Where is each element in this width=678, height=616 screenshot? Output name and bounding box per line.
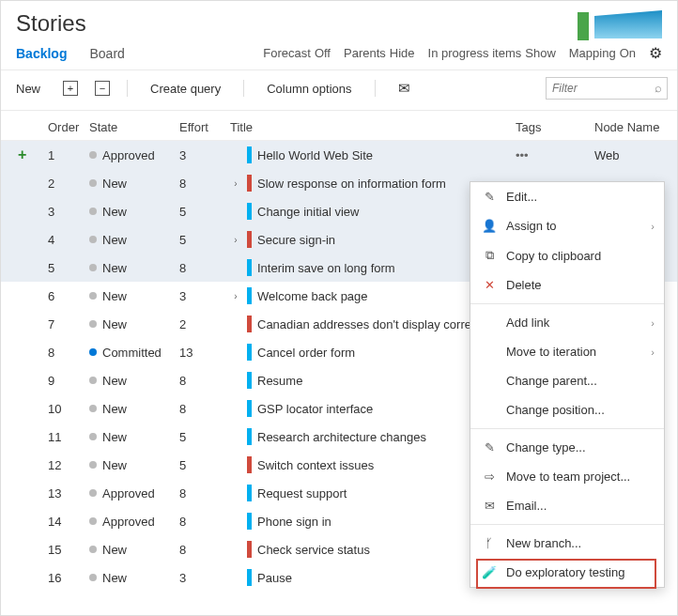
type-bar-icon	[247, 316, 252, 332]
search-icon[interactable]: ⌕	[655, 81, 662, 95]
cell-effort: 5	[179, 205, 230, 219]
col-order[interactable]: Order	[48, 120, 89, 134]
new-button[interactable]: New	[10, 78, 46, 100]
menu-item-label: New branch...	[506, 536, 581, 550]
column-options-button[interactable]: Column options	[261, 78, 357, 100]
type-bar-icon	[247, 456, 252, 473]
col-state[interactable]: State	[89, 120, 179, 134]
col-title[interactable]: Title	[230, 120, 516, 134]
cell-effort: 8	[179, 515, 230, 529]
col-tags[interactable]: Tags	[516, 120, 594, 134]
menu-change-type[interactable]: ✎Change type...	[470, 433, 664, 462]
cell-state: Committed	[89, 346, 179, 360]
cell-order: 13	[48, 486, 89, 500]
submenu-arrow-icon: ›	[651, 317, 655, 329]
cell-effort: 8	[179, 261, 230, 275]
type-bar-icon	[247, 400, 252, 417]
option-parents[interactable]: ParentsHide	[344, 46, 415, 60]
col-effort[interactable]: Effort	[179, 120, 230, 134]
menu-divider	[470, 428, 664, 429]
cell-effort: 3	[179, 289, 230, 303]
menu-add-link[interactable]: Add link›	[470, 308, 664, 337]
cell-effort: 5	[179, 233, 230, 247]
cell-effort: 8	[179, 543, 230, 557]
cell-order: 2	[48, 177, 89, 191]
menu-item-icon: 👤	[482, 219, 497, 233]
create-query-button[interactable]: Create query	[145, 78, 226, 100]
cell-state: New	[89, 571, 179, 585]
option-forecast[interactable]: ForecastOff	[263, 46, 331, 60]
col-node[interactable]: Node Name	[594, 120, 677, 134]
state-dot-icon	[89, 292, 97, 300]
chevron-icon[interactable]: ›	[230, 291, 241, 301]
cell-order: 4	[48, 233, 89, 247]
email-icon[interactable]	[393, 76, 416, 100]
menu-item-label: Email...	[506, 499, 547, 513]
type-bar-icon	[247, 287, 252, 304]
menu-assign-to[interactable]: 👤Assign to›	[470, 211, 664, 240]
menu-item-label: Change type...	[506, 440, 586, 454]
tab-board[interactable]: Board	[89, 46, 124, 61]
row-actions-icon[interactable]: •••	[516, 148, 529, 162]
type-bar-icon	[247, 428, 252, 445]
type-bar-icon	[247, 344, 252, 361]
state-dot-icon	[89, 348, 97, 356]
cell-effort: 5	[179, 458, 230, 472]
chevron-icon[interactable]: ›	[230, 178, 241, 189]
cell-order: 12	[48, 458, 89, 472]
menu-delete[interactable]: ✕Delete	[470, 270, 664, 300]
filter-input[interactable]	[546, 77, 668, 100]
option-in-progress[interactable]: In progress itemsShow	[428, 46, 556, 60]
cell-state: New	[89, 543, 179, 557]
context-menu[interactable]: ✎Edit...👤Assign to›⧉Copy to clipboard✕De…	[470, 181, 665, 588]
tab-backlog[interactable]: Backlog	[16, 46, 67, 61]
state-dot-icon	[89, 574, 97, 581]
cell-order: 14	[48, 515, 89, 529]
cell-state: New	[89, 458, 179, 472]
cell-state: New	[89, 205, 179, 219]
type-bar-icon	[247, 485, 252, 501]
menu-email[interactable]: ✉Email...	[470, 491, 664, 520]
cell-state: New	[89, 374, 179, 388]
menu-item-label: Assign to	[506, 219, 556, 233]
menu-item-label: Edit...	[506, 190, 537, 204]
expand-icon[interactable]: +	[63, 81, 78, 96]
add-row-icon[interactable]: +	[18, 146, 26, 163]
menu-copy[interactable]: ⧉Copy to clipboard	[470, 240, 664, 270]
menu-change-parent[interactable]: Change parent...	[470, 366, 664, 395]
cell-order: 1	[48, 148, 89, 162]
menu-new-branch[interactable]: ᚶNew branch...	[470, 529, 664, 558]
type-bar-icon	[247, 259, 252, 276]
menu-item-label: Do exploratory testing	[506, 565, 624, 579]
cell-effort: 13	[179, 346, 230, 360]
menu-item-label: Change position...	[506, 403, 605, 417]
state-dot-icon	[89, 320, 97, 328]
state-dot-icon	[89, 236, 97, 243]
cell-effort: 3	[179, 148, 230, 162]
menu-move-team-project[interactable]: ⇨Move to team project...	[470, 462, 664, 491]
chevron-icon[interactable]: ›	[230, 235, 241, 245]
cell-state: New	[89, 317, 179, 331]
cell-node: Web	[594, 148, 677, 162]
column-headers: Order State Effort Title Tags Node Name	[1, 116, 677, 141]
state-dot-icon	[89, 264, 97, 271]
state-dot-icon	[89, 461, 97, 469]
cell-order: 16	[48, 571, 89, 585]
cell-effort: 5	[179, 430, 230, 444]
cell-tags: •••	[516, 148, 594, 162]
menu-item-label: Delete	[506, 278, 542, 292]
cell-order: 7	[48, 317, 89, 331]
cell-effort: 8	[179, 402, 230, 416]
submenu-arrow-icon: ›	[651, 221, 655, 232]
menu-item-label: Move to team project...	[506, 470, 630, 484]
cell-effort: 8	[179, 177, 230, 191]
menu-move-iteration[interactable]: Move to iteration›	[470, 337, 664, 366]
submenu-arrow-icon: ›	[651, 346, 655, 358]
table-row[interactable]: +1Approved3Hello World Web Site•••Web	[1, 141, 677, 169]
option-mapping[interactable]: MappingOn	[569, 46, 636, 60]
menu-edit[interactable]: ✎Edit...	[470, 182, 664, 211]
gear-icon[interactable]: ⚙	[649, 44, 662, 62]
menu-exploratory-testing[interactable]: 🧪Do exploratory testing	[470, 558, 664, 587]
collapse-icon[interactable]: −	[95, 81, 110, 96]
menu-change-position[interactable]: Change position...	[470, 395, 664, 424]
